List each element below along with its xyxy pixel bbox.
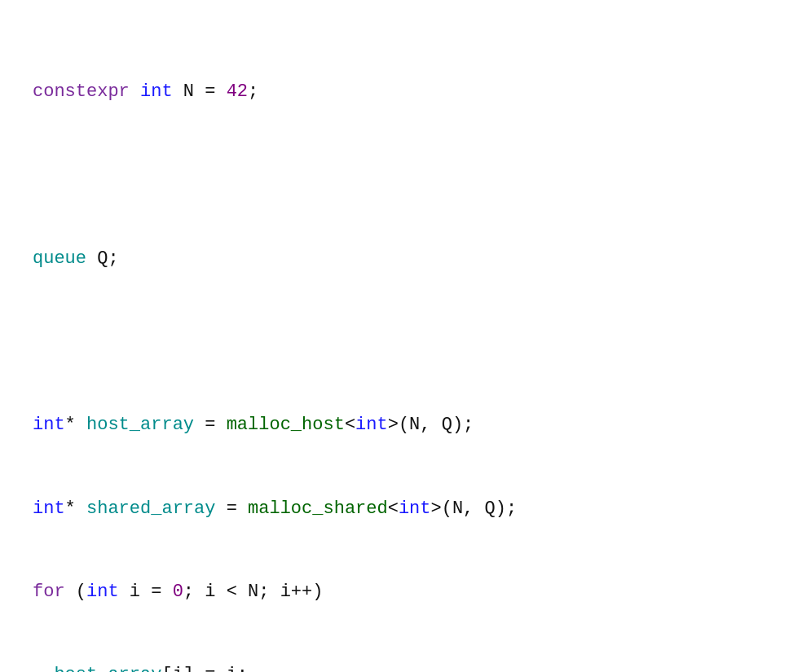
kw-int-1: int	[33, 415, 65, 435]
code-line-blank-2	[33, 328, 769, 356]
code-display: constexpr int N = 42; queue Q; int* host…	[33, 23, 769, 672]
var-shared-array: shared_array	[86, 499, 215, 519]
fn-malloc-shared: malloc_shared	[248, 499, 388, 519]
code-line-blank-1	[33, 161, 769, 189]
type-queue: queue	[33, 248, 86, 269]
code-line-1: constexpr int N = 42;	[33, 78, 769, 106]
code-line-7: for (int i = 0; i < N; i++)	[33, 578, 769, 606]
code-line-5: int* host_array = malloc_host<int>(N, Q)…	[33, 411, 769, 439]
code-line-3: queue Q;	[33, 245, 769, 273]
code-line-6: int* shared_array = malloc_shared<int>(N…	[33, 495, 769, 523]
kw-int-3: int	[86, 582, 119, 602]
kw-int-2: int	[33, 499, 65, 519]
var-n: N	[173, 81, 205, 102]
kw-for: for	[33, 582, 65, 602]
var-host-array-idx: host_array	[54, 665, 161, 672]
var-q: Q	[97, 248, 108, 269]
kw-constexpr: constexpr	[33, 81, 130, 102]
fn-malloc-host: malloc_host	[227, 415, 345, 435]
kw-int: int	[140, 81, 173, 102]
var-host-array: host_array	[86, 415, 194, 435]
num-42: 42	[227, 81, 248, 102]
code-line-8: host_array[i] = i;	[33, 661, 769, 672]
